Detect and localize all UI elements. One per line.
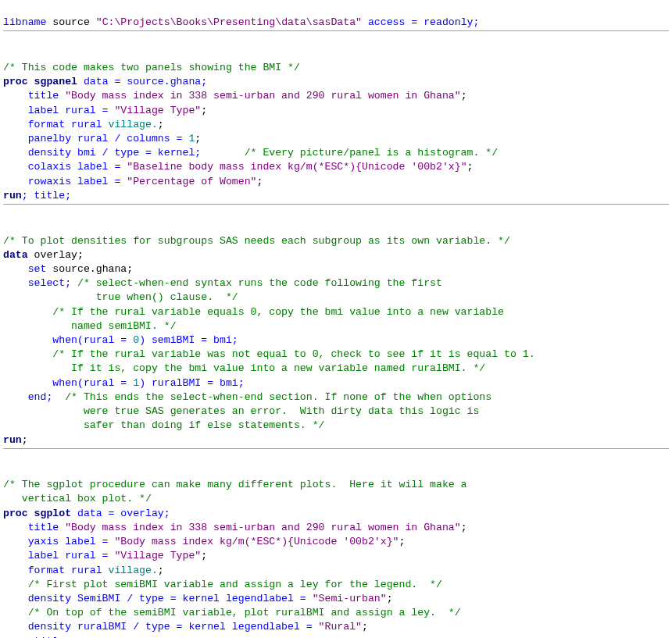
code-token: colaxis label = bbox=[3, 161, 127, 173]
code-comment: /* This code makes two panels showing th… bbox=[3, 62, 300, 73]
code-string: "Percentage of Women" bbox=[127, 176, 256, 187]
code-token: ; bbox=[201, 105, 207, 116]
code-token bbox=[3, 220, 9, 232]
code-token bbox=[28, 76, 34, 87]
code-token: ; bbox=[362, 621, 368, 633]
section-divider bbox=[3, 204, 669, 205]
code-token: ) semiBMI = bmi; bbox=[139, 334, 238, 346]
code-comment: were true SAS generates an error. With d… bbox=[3, 405, 479, 417]
code-token: data = overlay; bbox=[71, 508, 170, 519]
code-token: ; bbox=[158, 119, 164, 130]
code-token: ; bbox=[387, 593, 393, 604]
code-token: proc bbox=[3, 76, 28, 87]
code-string: "Body mass index in 338 semi-urban and 2… bbox=[65, 522, 460, 533]
code-comment: If it is, copy the bmi value into a new … bbox=[3, 362, 485, 374]
code-token: density bmi / type = kernel; bbox=[3, 147, 245, 159]
code-token: ; bbox=[195, 133, 201, 144]
code-token: run bbox=[3, 190, 22, 201]
code-token: libname bbox=[3, 16, 46, 28]
code-token bbox=[3, 465, 9, 476]
code-comment: true when() clause. */ bbox=[3, 291, 238, 303]
code-token: label rural = bbox=[3, 105, 114, 116]
code-token: ; bbox=[158, 565, 164, 576]
code-comment: /* select-when-end syntax runs the code … bbox=[77, 277, 442, 289]
code-token: when(rural = bbox=[3, 377, 133, 389]
code-token: title bbox=[3, 90, 65, 102]
code-token: sgpanel bbox=[34, 76, 77, 87]
code-token: "C:\Projects\Books\Presenting\data\sasDa… bbox=[96, 16, 362, 28]
code-string: "Rural" bbox=[319, 621, 362, 633]
section-divider bbox=[3, 448, 669, 449]
code-token: data = source.ghana; bbox=[77, 76, 207, 87]
code-token: run bbox=[3, 434, 22, 446]
code-comment: /* If the rural variable was not equal t… bbox=[3, 348, 535, 360]
code-token: density ruralBMI / type = kernel legendl… bbox=[3, 621, 319, 633]
code-string: "Village Type" bbox=[114, 550, 201, 561]
code-token: ; title; bbox=[22, 636, 71, 638]
code-token: title bbox=[3, 522, 65, 533]
code-token: overlay; bbox=[28, 249, 84, 261]
code-token: density SemiBMI / type = kernel legendla… bbox=[3, 593, 313, 604]
code-token: access = readonly; bbox=[362, 16, 479, 28]
code-string: "Village Type" bbox=[114, 105, 201, 116]
code-token: ; bbox=[461, 90, 467, 102]
code-token: panelby rural / columns = bbox=[3, 133, 188, 144]
code-token: source bbox=[46, 16, 95, 28]
code-token: run bbox=[3, 636, 22, 638]
code-token: yaxis label = bbox=[3, 536, 114, 547]
code-token: format rural bbox=[3, 119, 109, 130]
code-token: sgplot bbox=[34, 508, 71, 519]
code-token: set bbox=[3, 263, 46, 275]
code-token: ; bbox=[461, 522, 467, 533]
code-token: ) ruralBMI = bmi; bbox=[139, 377, 245, 389]
code-token: ; title; bbox=[22, 190, 71, 201]
code-token: select; bbox=[3, 277, 77, 289]
code-string: "Semi-urban" bbox=[313, 593, 387, 604]
code-format: village. bbox=[109, 119, 158, 130]
code-token: ; bbox=[467, 161, 474, 173]
code-comment: vertical box plot. */ bbox=[3, 493, 152, 504]
code-token: data bbox=[3, 249, 28, 261]
code-token: ; bbox=[399, 536, 406, 547]
code-token: when(rural = bbox=[3, 334, 133, 346]
code-token bbox=[28, 508, 34, 519]
code-format: village. bbox=[109, 565, 158, 576]
code-number: 1 bbox=[133, 377, 139, 389]
code-comment: /* The sgplot procedure can make many di… bbox=[3, 479, 467, 490]
code-string: "Body mass index in 338 semi-urban and 2… bbox=[65, 90, 460, 102]
code-block: libname source "C:\Projects\Books\Presen… bbox=[0, 0, 672, 638]
code-number: 0 bbox=[133, 334, 139, 346]
code-comment: /* To plot densities for subgroups SAS n… bbox=[3, 235, 510, 247]
section-divider bbox=[3, 30, 669, 31]
code-token: ; bbox=[22, 434, 28, 446]
code-comment: /* Every picture/panel is a histogram. *… bbox=[245, 147, 498, 159]
code-comment: safer than doing if else statements. */ bbox=[3, 419, 325, 431]
code-token bbox=[3, 48, 9, 59]
code-token: rowaxis label = bbox=[3, 176, 127, 187]
code-token: source.ghana; bbox=[46, 263, 133, 275]
code-comment: /* If the rural variable equals 0, copy … bbox=[3, 306, 504, 318]
code-string: "Body mass index kg/m(*ESC*){Unicode '00… bbox=[114, 536, 399, 547]
code-comment: named semiBMI. */ bbox=[3, 320, 177, 332]
code-comment: /* This ends the select-when-end section… bbox=[65, 391, 491, 403]
code-token: label rural = bbox=[3, 550, 114, 561]
code-comment: /* First plot semiBMI variable and assig… bbox=[3, 579, 442, 590]
code-token: ; bbox=[201, 550, 207, 561]
code-token: end; bbox=[3, 391, 65, 403]
code-string: "Baseline body mass index kg/m(*ESC*){Un… bbox=[127, 161, 466, 173]
code-token: proc bbox=[3, 508, 28, 519]
code-token: ; bbox=[256, 176, 263, 187]
code-token: format rural bbox=[3, 565, 109, 576]
code-comment: /* On top of the semiBMI variable, plot … bbox=[3, 607, 461, 618]
